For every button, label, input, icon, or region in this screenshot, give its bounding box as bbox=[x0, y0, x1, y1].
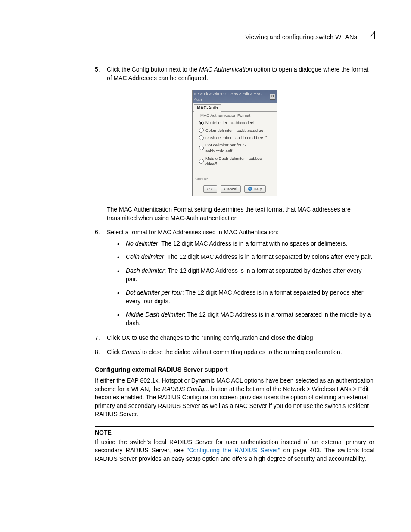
bullet-dot-delimiter: Dot delimiter per four: The 12 digit MAC… bbox=[117, 289, 374, 305]
step-8: 8. Click Cancel to close the dialog with… bbox=[95, 348, 374, 357]
bullet-dash-delimiter: Dash delimiter: The 12 digit MAC Address… bbox=[117, 267, 374, 283]
ok-button[interactable]: OK bbox=[203, 185, 217, 193]
step-text: Click Cancel to close the dialog without… bbox=[107, 348, 342, 355]
mac-auth-dialog: Network > Wireless LANs > Edit > MAC-Aut… bbox=[192, 90, 277, 196]
page-header-title: Viewing and configuring switch WLANs bbox=[245, 32, 357, 41]
paragraph-after-dialog: The MAC Authentication Format setting de… bbox=[107, 205, 374, 222]
step-text: Click the Config button next to the MAC … bbox=[107, 66, 368, 81]
bullet-colin-delimiter: Colin delimiter: The 12 digit MAC Addres… bbox=[117, 253, 374, 261]
radio-icon bbox=[199, 128, 204, 133]
subheading-radius: Configuring external RADIUS Server suppo… bbox=[95, 365, 374, 374]
cancel-button[interactable]: Cancel bbox=[221, 185, 241, 193]
dialog-title: Network > Wireless LANs > Edit > MAC-Aut… bbox=[194, 91, 270, 102]
radio-icon bbox=[199, 146, 204, 150]
help-icon: ? bbox=[248, 187, 252, 191]
step-5: 5. Click the Config button next to the M… bbox=[95, 65, 374, 82]
step-number: 5. bbox=[95, 65, 100, 74]
step-6: 6. Select a format for MAC Addresses use… bbox=[95, 228, 374, 327]
bullet-no-delimiter: No delimiter: The 12 digit MAC Address i… bbox=[117, 240, 374, 248]
chapter-number: 4 bbox=[370, 26, 377, 44]
tab-mac-auth[interactable]: MAC-Auth bbox=[194, 104, 221, 112]
step-number: 6. bbox=[95, 228, 100, 237]
radio-icon bbox=[199, 135, 204, 140]
close-icon[interactable]: × bbox=[270, 94, 275, 100]
radio-colon-delimiter[interactable]: Colon delimiter - aa:bb:cc:dd:ee:ff bbox=[199, 128, 270, 133]
step-text: Click OK to use the changes to the runni… bbox=[107, 334, 315, 341]
radio-middle-dash-delimiter[interactable]: Middle Dash delimiter - aabbcc-ddeeff bbox=[199, 156, 270, 167]
link-configuring-radius[interactable]: "Configuring the RADIUS Server" bbox=[187, 447, 280, 454]
note-block: NOTE If using the switch's local RADIUS … bbox=[95, 426, 374, 465]
note-label: NOTE bbox=[95, 429, 374, 437]
step-7: 7. Click OK to use the changes to the ru… bbox=[95, 334, 374, 342]
fieldset-legend: MAC Authentication Format bbox=[199, 112, 252, 118]
radio-no-delimiter[interactable]: No delimiter - aabbccddeeff bbox=[199, 120, 270, 125]
note-body: If using the switch's local RADIUS Serve… bbox=[95, 438, 374, 464]
help-button[interactable]: ? Help bbox=[244, 185, 266, 193]
radio-dot-delimiter[interactable]: Dot delimiter per four - aabb.ccdd.eeff bbox=[199, 142, 270, 154]
radio-icon bbox=[199, 159, 204, 164]
step-number: 8. bbox=[95, 348, 100, 357]
radio-dash-delimiter[interactable]: Dash delimiter - aa-bb-cc-dd-ee-ff bbox=[199, 135, 270, 140]
dialog-titlebar: Network > Wireless LANs > Edit > MAC-Aut… bbox=[193, 90, 277, 103]
dialog-status: Status: bbox=[193, 175, 277, 183]
radio-icon bbox=[199, 121, 204, 125]
step-number: 7. bbox=[95, 334, 100, 342]
mac-auth-format-fieldset: MAC Authentication Format No delimiter -… bbox=[196, 115, 273, 171]
step-text: Select a format for MAC Addresses used i… bbox=[107, 229, 278, 236]
bullet-middle-dash-delimiter: Middle Dash delimiter: The 12 digit MAC … bbox=[117, 311, 374, 327]
radius-paragraph: If either the EAP 802.1x, Hotspot or Dyn… bbox=[95, 376, 374, 419]
